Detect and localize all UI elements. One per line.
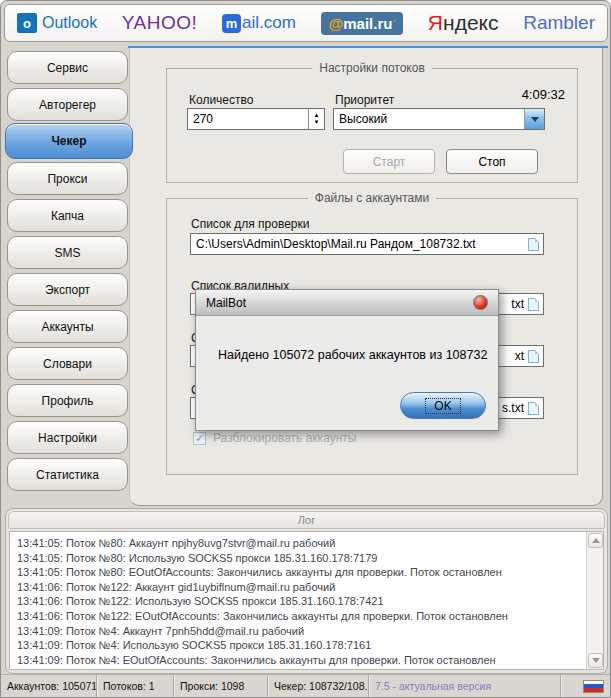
file-icon[interactable] bbox=[528, 350, 539, 363]
mailru-at-icon: @ bbox=[329, 15, 344, 32]
count-label: Количество bbox=[189, 93, 253, 107]
tab-proxy[interactable]: Прокси bbox=[7, 162, 128, 195]
log-section: Лог 13:41:05: Поток №80: Аккаунт npjhy8u… bbox=[5, 508, 608, 674]
ok-button[interactable]: OK bbox=[400, 392, 486, 419]
log-title: Лог bbox=[8, 511, 605, 529]
tab-settings[interactable]: Настройки bbox=[7, 421, 128, 454]
file-icon[interactable] bbox=[528, 402, 539, 415]
file-icon[interactable] bbox=[528, 298, 539, 311]
priority-dropdown[interactable]: Высокий bbox=[333, 108, 545, 130]
tab-dictionaries[interactable]: Словари bbox=[7, 347, 128, 380]
log-entry: 13:41:05: Поток №80: Использую SOCKS5 пр… bbox=[17, 551, 581, 566]
sidebar-tabs: Сервис Авторегер Чекер Прокси Капча SMS … bbox=[7, 51, 128, 491]
mailbot-message-dialog: MailBot Найдено 105072 рабочих аккаунтов… bbox=[195, 289, 499, 431]
tab-checker[interactable]: Чекер bbox=[5, 123, 133, 159]
threads-group-title: Настройки потоков bbox=[312, 61, 432, 75]
tab-accounts[interactable]: Аккаунты bbox=[7, 310, 128, 343]
log-list[interactable]: 13:41:05: Поток №80: Аккаунт npjhy8uvg7s… bbox=[9, 531, 604, 670]
outlook-logo: o Outlook bbox=[17, 13, 97, 33]
check-list-label: Список для проверки bbox=[191, 217, 309, 231]
tab-service[interactable]: Сервис bbox=[7, 51, 128, 84]
tab-sms[interactable]: SMS bbox=[7, 236, 128, 269]
spinner-arrows-icon[interactable]: ▲▼ bbox=[308, 109, 324, 129]
russian-flag-icon bbox=[583, 680, 604, 693]
unlock-accounts-label: Разблокировать аккаунты bbox=[213, 431, 356, 445]
tab-statistics[interactable]: Статистика bbox=[7, 458, 128, 491]
thread-count-stepper[interactable]: 270 ▲▼ bbox=[187, 108, 325, 130]
log-entry: 13:41:09: Поток №4: Аккаунт 7pnh5hdd@mai… bbox=[17, 624, 581, 639]
priority-label: Приоритет bbox=[335, 93, 394, 107]
dialog-message: Найдено 105072 рабочих аккаунтов из 1087… bbox=[218, 348, 487, 362]
files-group-title: Файлы с аккаунтами bbox=[308, 191, 436, 205]
checker-panel: Настройки потоков Количество 270 ▲▼ Прио… bbox=[129, 48, 603, 506]
tab-profile[interactable]: Профиль bbox=[7, 384, 128, 417]
yandex-logo: Я ндекс bbox=[428, 11, 499, 35]
mailru-logo: @ mail.ru ' bbox=[321, 12, 404, 35]
outlook-icon: o bbox=[17, 13, 37, 33]
mailcom-logo: m ail.com bbox=[222, 13, 296, 33]
threads-settings-group: Настройки потоков Количество 270 ▲▼ Прио… bbox=[166, 68, 578, 183]
version-link[interactable]: 7.5 - актуальная версия bbox=[369, 675, 561, 697]
dialog-title: MailBot bbox=[206, 296, 246, 310]
close-icon[interactable] bbox=[473, 295, 488, 310]
scroll-up-icon[interactable] bbox=[588, 533, 603, 548]
mailcom-icon: m bbox=[222, 14, 241, 33]
file-icon[interactable] bbox=[528, 238, 539, 251]
tab-export[interactable]: Экспорт bbox=[7, 273, 128, 306]
status-threads: Потоков: 1 bbox=[97, 675, 174, 697]
dialog-titlebar[interactable]: MailBot bbox=[196, 290, 498, 316]
yahoo-logo: YAHOO! bbox=[122, 12, 198, 34]
start-button[interactable]: Старт bbox=[343, 149, 435, 174]
elapsed-timer: 4:09:32 bbox=[522, 87, 565, 102]
log-entry: 13:41:09: Поток №4: EOutOfAccounts: Зако… bbox=[17, 653, 581, 668]
tab-autoreg[interactable]: Авторегер bbox=[7, 88, 128, 121]
status-checker: Чекер: 108732/108... bbox=[268, 675, 369, 697]
mail-services-banner: o Outlook YAHOO! m ail.com @ mail.ru ' Я… bbox=[4, 4, 608, 42]
status-bar: Аккаунтов: 105071 Потоков: 1 Прокси: 109… bbox=[1, 674, 611, 697]
stop-button[interactable]: Стоп bbox=[446, 149, 538, 174]
outlook-label: Outlook bbox=[42, 14, 97, 32]
log-entry: 13:41:05: Поток №80: Аккаунт npjhy8uvg7s… bbox=[17, 536, 581, 551]
chevron-down-icon[interactable] bbox=[524, 109, 544, 129]
tab-captcha[interactable]: Капча bbox=[7, 199, 128, 232]
log-entry: 13:41:06: Поток №122: EOutOfAccounts: За… bbox=[17, 609, 581, 624]
status-accounts: Аккаунтов: 105071 bbox=[1, 675, 97, 697]
log-entry: 13:41:06: Поток №122: Аккаунт gid1uybifl… bbox=[17, 580, 581, 595]
log-entry: 13:41:05: Поток №80: EOutOfAccounts: Зак… bbox=[17, 565, 581, 580]
status-proxies: Прокси: 1098 bbox=[174, 675, 268, 697]
language-selector[interactable] bbox=[583, 680, 611, 693]
log-scrollbar[interactable] bbox=[586, 532, 603, 669]
rambler-logo: Rambler bbox=[523, 12, 595, 34]
unlock-accounts-checkbox[interactable]: ✓ bbox=[193, 432, 206, 445]
log-entry: 13:41:09: Поток №4: Использую SOCKS5 про… bbox=[17, 638, 581, 653]
mailbot-window: o Outlook YAHOO! m ail.com @ mail.ru ' Я… bbox=[0, 0, 611, 698]
log-entry: 13:41:06: Поток №122: Использую SOCKS5 п… bbox=[17, 594, 581, 609]
scroll-down-icon[interactable] bbox=[588, 653, 603, 668]
check-list-input[interactable]: C:\Users\Admin\Desktop\Mail.ru Рандом_10… bbox=[190, 233, 544, 255]
